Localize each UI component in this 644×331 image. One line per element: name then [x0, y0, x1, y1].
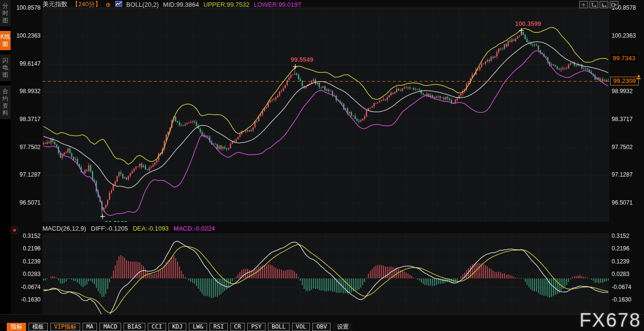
boll-label: BOLL(20,2) [126, 1, 159, 8]
period-tag[interactable]: 【240分】 [72, 0, 101, 9]
axis-tick-label: -0.1630 [12, 296, 41, 303]
symbol-name: 美元指数 [42, 0, 68, 9]
sidebar-tab-4[interactable]: 合约资料 [0, 85, 11, 119]
axis-tick-label: 97.7502 [612, 144, 641, 151]
sidebar-tab-2[interactable]: K线图 [0, 31, 11, 50]
left-sidebar: 分时图K线图闪电图合约资料 [0, 0, 11, 331]
cycle-picker-icon[interactable]: ⊕ [106, 1, 111, 8]
boll-upper-axis-tag: 99.7343 [611, 55, 637, 62]
macd-header: MACD(26,12,9) DIFF:-0.1205 DEA:-0.1093 M… [42, 225, 215, 233]
toolbar-button-BIAS[interactable]: BIAS [124, 323, 145, 331]
indicator-dot-icon[interactable] [11, 226, 18, 234]
axis-tick-label: 97.7502 [12, 144, 41, 151]
axis-tick-label: 0.1239 [612, 258, 641, 265]
toolbar-button-CCI[interactable]: CCI [148, 323, 166, 331]
watermark: FX678 [579, 309, 641, 331]
last-price-tag[interactable]: 99.2309 [610, 77, 639, 85]
pan-icon[interactable] [579, 1, 588, 8]
axis-tick-label: 99.6147 [12, 60, 41, 67]
boll-upper-value: UPPER:99.7532 [203, 1, 249, 8]
macd-diff-value: DIFF:-0.1205 [91, 225, 128, 233]
toolbar-button-设置[interactable]: 设置 [333, 323, 352, 331]
axis-tick-label: 98.3717 [612, 116, 641, 123]
pop-out-icon[interactable] [610, 1, 618, 8]
toolbar-button-BOLL[interactable]: BOLL [268, 323, 290, 331]
axis-zoom-right-icon[interactable] [600, 1, 608, 8]
chart-app: 分时图K线图闪电图合约资料 美元指数 【240分】 ⊕ BOLL(20,2) M… [0, 0, 644, 331]
axis-tick-label: 100.2363 [12, 32, 41, 39]
toolbar-button-CR[interactable]: CR [230, 323, 245, 331]
axis-tick-label: 0.2196 [12, 245, 41, 252]
toolbar-button-VIP指标[interactable]: VIP指标 [50, 323, 80, 331]
axis-tick-label: 98.9932 [612, 88, 641, 95]
sidebar-tab-1[interactable]: 分时图 [0, 0, 11, 27]
toolbar-button-PSY[interactable]: PSY [247, 323, 266, 331]
axis-tick-label: -0.0674 [12, 284, 41, 290]
axis-tick-label: 0.0283 [612, 271, 641, 277]
toolbar-button-MA[interactable]: MA [83, 323, 97, 331]
toolbar-button-KDJ[interactable]: KDJ [168, 323, 187, 331]
axis-tick-label: 98.9932 [12, 88, 41, 95]
axis-tick-label: 96.5071 [12, 199, 41, 206]
toolbar-button-OBV[interactable]: OBV [312, 323, 331, 331]
macd-macd-value: MACD:-0.0224 [173, 225, 215, 233]
axis-tick-label: 0.2196 [612, 245, 641, 252]
axis-zoom-left-icon[interactable] [589, 1, 598, 8]
indicator-toolbar: 指标模板VIP指标MAMACDBIASCCIKDJLW&RSICRPSYBOLL… [7, 323, 352, 331]
axis-tick-label: -0.1630 [612, 296, 641, 303]
axis-tick-label: 100.8578 [12, 4, 41, 11]
toolbar-button-LW&[interactable]: LW& [189, 323, 207, 331]
toolbar-button-RSI[interactable]: RSI [210, 323, 228, 331]
axis-tick-label: 0.0283 [12, 271, 41, 277]
axis-tick-label: 97.1287 [12, 171, 41, 178]
boll-mid-value: MID:99.3864 [163, 1, 199, 8]
main-chart-canvas[interactable] [42, 7, 609, 222]
axis-tick-label: 0.1239 [12, 258, 41, 265]
chart-thumbnail-icon[interactable] [115, 1, 122, 8]
axis-tick-label: 100.2363 [612, 32, 641, 39]
axis-tick-label: -0.0674 [612, 284, 641, 290]
window-controls [579, 1, 618, 8]
price-alert-icon[interactable]: ▲ [636, 73, 641, 79]
x-axis-row: 240分 ▲ 09/1209/2210/0110/1010/202025/10/… [0, 314, 644, 323]
toolbar-button-指标[interactable]: 指标 [7, 323, 26, 331]
macd-label: MACD(26,12,9) [42, 225, 86, 233]
axis-tick-label: 98.3717 [12, 116, 41, 123]
macd-chart-canvas[interactable] [42, 233, 609, 315]
macd-dea-value: DEA:-0.1093 [133, 225, 168, 233]
toolbar-button-VOL[interactable]: VOL [292, 323, 310, 331]
toolbar-button-MACD[interactable]: MACD [99, 323, 121, 331]
boll-lower-value: LOWER:99.0197 [254, 1, 301, 8]
axis-tick-label: 96.5071 [612, 199, 641, 206]
sidebar-tab-3[interactable]: 闪电图 [0, 55, 11, 81]
chart-header: 美元指数 【240分】 ⊕ BOLL(20,2) MID:99.3864 UPP… [42, 0, 301, 8]
axis-tick-label: 97.1287 [612, 171, 641, 178]
axis-tick-label: 0.3152 [612, 233, 641, 239]
toolbar-button-模板[interactable]: 模板 [28, 323, 48, 331]
